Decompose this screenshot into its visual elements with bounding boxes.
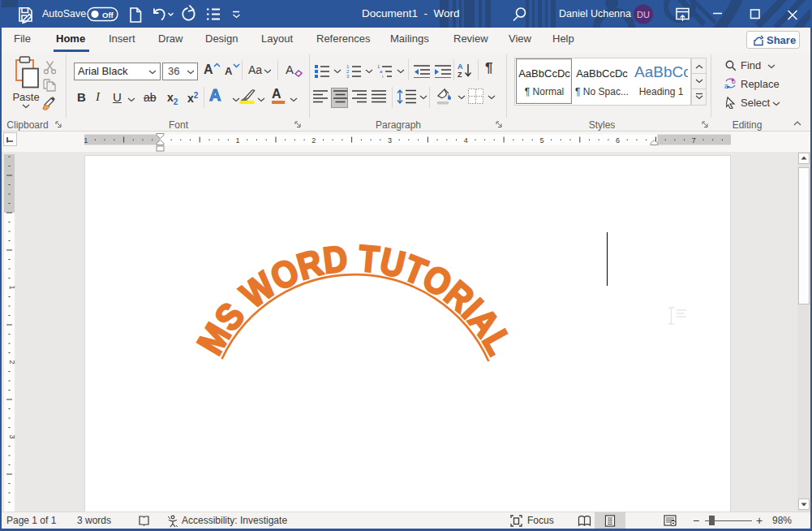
svg-text:7: 7	[692, 136, 696, 145]
svg-text:3: 3	[388, 136, 392, 145]
svg-text:A: A	[458, 63, 463, 71]
svg-text:a: a	[724, 82, 728, 90]
svg-text:b: b	[732, 77, 736, 85]
svg-text:1: 1	[236, 136, 240, 145]
svg-text:Off: Off	[102, 11, 114, 19]
svg-text:5: 5	[539, 136, 543, 145]
svg-text:3: 3	[346, 74, 350, 78]
svg-text:1: 1	[84, 136, 88, 145]
svg-text:6: 6	[616, 136, 620, 145]
svg-text:i: i	[382, 74, 383, 78]
svg-text:MS WORD TUTORIAL: MS WORD TUTORIAL	[189, 238, 520, 361]
svg-text:2: 2	[311, 136, 316, 145]
svg-text:3: 3	[8, 434, 16, 438]
svg-text:Z: Z	[458, 71, 462, 79]
svg-text:4: 4	[464, 136, 468, 145]
svg-text:DU: DU	[637, 10, 650, 19]
svg-text:2: 2	[8, 360, 16, 364]
svg-text:1: 1	[8, 285, 16, 289]
